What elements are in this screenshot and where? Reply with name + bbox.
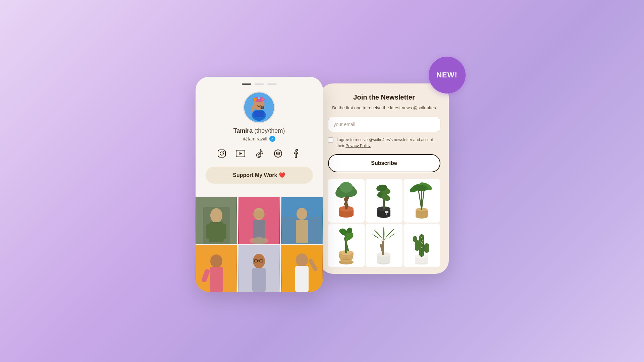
consent-text: I agree to receive @soilm4tes's newslett… <box>337 137 440 149</box>
phones-container: NEW! <box>196 77 449 292</box>
tiktok-icon[interactable] <box>253 147 266 160</box>
consent-checkbox[interactable] <box>328 137 333 143</box>
plant-grid <box>328 179 440 267</box>
svg-rect-38 <box>252 268 266 292</box>
profile-name: Tamira (they/them) <box>233 127 285 134</box>
svg-point-43 <box>296 253 308 267</box>
photo-grid <box>196 197 323 292</box>
instagram-icon[interactable] <box>215 147 228 160</box>
plant-cell-5[interactable] <box>366 224 402 267</box>
spotify-icon[interactable] <box>272 147 284 160</box>
avatar-svg <box>244 93 274 122</box>
svg-rect-31 <box>296 220 308 243</box>
plant-cell-6[interactable] <box>404 224 440 267</box>
photo-cell-3[interactable] <box>281 197 323 244</box>
avatar-image <box>244 93 274 122</box>
svg-rect-22 <box>222 224 226 239</box>
plant-cell-1[interactable] <box>328 179 365 223</box>
youtube-icon[interactable] <box>234 147 247 160</box>
svg-rect-95 <box>424 243 429 253</box>
svg-point-33 <box>210 254 222 268</box>
avatar <box>243 92 275 123</box>
svg-rect-11 <box>218 150 225 157</box>
svg-point-6 <box>262 98 264 101</box>
photo-cell-2[interactable] <box>238 197 280 244</box>
svg-point-55 <box>339 182 353 193</box>
svg-rect-44 <box>295 266 309 292</box>
photo-figure-1 <box>196 197 237 244</box>
plant-cell-4[interactable] <box>328 224 365 267</box>
svg-rect-7 <box>254 111 264 117</box>
social-icons <box>215 147 303 160</box>
svg-point-5 <box>258 97 260 99</box>
photo-cell-6[interactable] <box>281 245 323 292</box>
privacy-policy-link[interactable]: Privacy Policy <box>345 143 371 148</box>
plant-svg-4 <box>332 226 361 264</box>
consent-row: I agree to receive @soilm4tes's newslett… <box>328 137 440 149</box>
svg-rect-20 <box>209 222 224 242</box>
subscribe-button[interactable]: Subscribe <box>328 154 440 172</box>
facebook-icon[interactable] <box>290 147 303 160</box>
plant-svg-1 <box>332 181 361 220</box>
newsletter-title: Join the Newsletter <box>328 94 440 101</box>
support-button[interactable]: Support My Work ❤️ <box>206 167 313 184</box>
plant-svg-3 <box>408 181 436 220</box>
indicator-1 <box>242 83 251 85</box>
svg-marker-15 <box>239 152 242 155</box>
plant-svg-5 <box>370 226 398 264</box>
phone-right: Join the Newsletter Be the first one to … <box>320 83 449 274</box>
svg-point-16 <box>274 150 282 157</box>
photo-cell-4[interactable] <box>196 245 237 292</box>
indicator-2 <box>255 83 264 85</box>
profile-handle: @tamirawill ✓ <box>243 136 275 142</box>
pronouns: (they/them) <box>254 127 285 134</box>
svg-point-30 <box>297 208 307 220</box>
plant-svg-6 <box>408 226 436 264</box>
photo-figure-6 <box>281 245 323 292</box>
plant-cell-2[interactable] <box>366 179 402 223</box>
phone-left: Tamira (they/them) @tamirawill ✓ <box>196 77 323 292</box>
progress-indicators <box>196 83 323 85</box>
plant-cell-3[interactable] <box>404 179 440 223</box>
svg-point-4 <box>254 98 257 101</box>
svg-rect-21 <box>206 224 211 239</box>
svg-rect-94 <box>413 236 417 242</box>
profile-section: Tamira (they/them) @tamirawill ✓ <box>196 92 323 197</box>
svg-point-12 <box>220 152 223 155</box>
indicator-3 <box>267 83 277 85</box>
svg-point-13 <box>223 151 224 152</box>
verified-badge: ✓ <box>269 136 275 142</box>
new-badge: NEW! <box>429 57 466 94</box>
svg-point-27 <box>250 237 268 244</box>
photo-figure-5 <box>238 245 280 292</box>
svg-point-25 <box>252 210 266 219</box>
svg-rect-59 <box>385 211 388 213</box>
photo-cell-1[interactable] <box>196 197 237 244</box>
newsletter-description: Be the first one to receive the latest n… <box>328 105 440 111</box>
svg-point-19 <box>210 208 222 223</box>
email-input[interactable] <box>328 117 440 132</box>
photo-figure-3 <box>281 197 323 244</box>
svg-point-9 <box>262 107 264 109</box>
plant-svg-2 <box>370 181 398 220</box>
photo-cell-5[interactable] <box>238 245 280 292</box>
svg-rect-34 <box>210 267 223 292</box>
photo-figure-2 <box>238 197 280 244</box>
photo-figure-4 <box>196 245 237 292</box>
